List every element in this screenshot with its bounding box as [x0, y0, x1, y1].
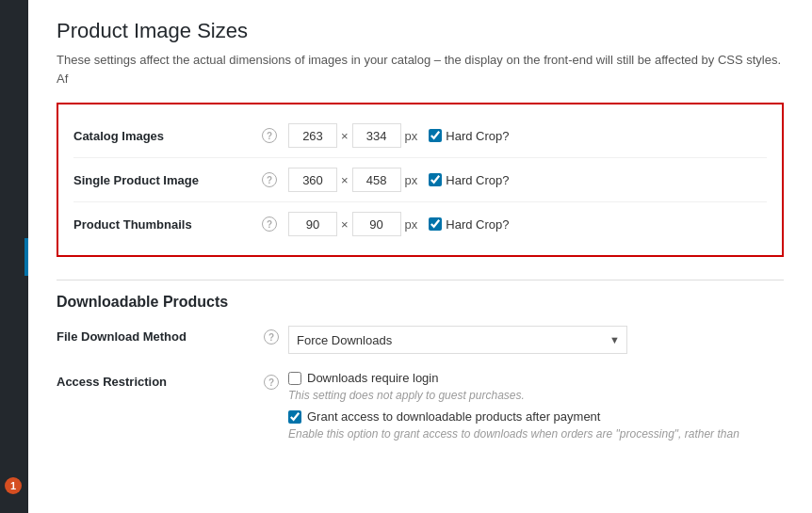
image-sizes-box: Catalog Images ? × px Hard Crop? Single …	[57, 103, 784, 257]
catalog-images-dimensions: × px Hard Crop?	[288, 123, 510, 148]
catalog-images-height[interactable]	[352, 123, 401, 148]
catalog-images-help-icon[interactable]: ?	[262, 128, 277, 143]
downloads-require-login-help: This setting does not apply to guest pur…	[288, 389, 784, 402]
downloads-require-login-checkbox[interactable]	[288, 372, 301, 385]
single-product-hard-crop-text: Hard Crop?	[446, 173, 509, 187]
single-product-image-help-icon[interactable]: ?	[262, 172, 277, 187]
product-thumbnails-label: Product Thumbnails	[73, 217, 262, 232]
product-thumbnails-hard-crop-checkbox[interactable]	[429, 217, 442, 231]
grant-access-help: Enable this option to grant access to do…	[288, 427, 784, 441]
product-image-sizes-desc: These settings affect the actual dimensi…	[57, 51, 784, 88]
file-download-method-content: Force Downloads X-Accel-Redirect/X-Sendf…	[288, 326, 784, 354]
file-download-method-row: File Download Method ? Force Downloads X…	[57, 326, 784, 354]
single-product-image-x: ×	[341, 173, 349, 187]
catalog-images-label: Catalog Images	[73, 129, 262, 143]
product-thumbnails-hard-crop-text: Hard Crop?	[446, 217, 509, 232]
downloadable-products-title: Downloadable Products	[57, 280, 784, 311]
catalog-images-hard-crop-checkbox[interactable]	[429, 129, 442, 142]
product-thumbnails-row: Product Thumbnails ? × px Hard Crop?	[73, 202, 767, 246]
file-download-method-select-wrapper: Force Downloads X-Accel-Redirect/X-Sendf…	[288, 326, 627, 354]
downloads-require-login-row: Downloads require login	[288, 371, 784, 385]
catalog-images-hard-crop-text: Hard Crop?	[446, 129, 509, 143]
product-thumbnails-dimensions: × px Hard Crop?	[288, 212, 510, 236]
catalog-images-width[interactable]	[288, 123, 337, 148]
single-product-image-label: Single Product Image	[73, 173, 262, 187]
single-product-hard-crop-checkbox[interactable]	[429, 173, 442, 186]
single-product-image-row: Single Product Image ? × px Hard Crop?	[73, 158, 767, 202]
catalog-images-hard-crop-label[interactable]: Hard Crop?	[429, 129, 509, 143]
single-product-hard-crop-label[interactable]: Hard Crop?	[429, 173, 509, 187]
access-restriction-help-icon[interactable]: ?	[264, 375, 279, 390]
single-product-image-height[interactable]	[352, 168, 401, 192]
downloads-require-login-label: Downloads require login	[307, 371, 438, 385]
product-thumbnails-unit: px	[405, 217, 418, 232]
file-download-method-select[interactable]: Force Downloads X-Accel-Redirect/X-Sendf…	[288, 326, 627, 354]
file-download-method-help-icon[interactable]: ?	[264, 329, 279, 345]
product-thumbnails-width[interactable]	[288, 212, 337, 236]
access-restriction-content: Downloads require login This setting doe…	[288, 371, 784, 448]
catalog-images-unit: px	[405, 129, 418, 143]
product-thumbnails-height[interactable]	[352, 212, 401, 236]
catalog-images-row: Catalog Images ? × px Hard Crop?	[73, 114, 767, 158]
single-product-image-dimensions: × px Hard Crop?	[288, 168, 510, 192]
access-restriction-label: Access Restriction	[57, 371, 264, 389]
access-restriction-row: Access Restriction ? Downloads require l…	[57, 371, 784, 448]
product-image-sizes-title: Product Image Sizes	[57, 19, 784, 43]
sidebar-accent	[24, 238, 28, 276]
product-thumbnails-hard-crop-label[interactable]: Hard Crop?	[429, 217, 509, 232]
main-content: Product Image Sizes These settings affec…	[28, 0, 812, 513]
grant-access-label: Grant access to downloadable products af…	[307, 409, 600, 424]
sidebar-badge: 1	[5, 477, 22, 494]
grant-access-checkbox[interactable]	[288, 410, 301, 424]
grant-access-row: Grant access to downloadable products af…	[288, 409, 784, 424]
product-thumbnails-help-icon[interactable]: ?	[262, 216, 277, 232]
catalog-images-x: ×	[341, 129, 349, 143]
single-product-image-unit: px	[405, 173, 418, 187]
sidebar: 1	[0, 0, 28, 513]
product-thumbnails-x: ×	[341, 217, 349, 232]
file-download-method-label: File Download Method	[57, 326, 264, 344]
single-product-image-width[interactable]	[288, 168, 337, 192]
